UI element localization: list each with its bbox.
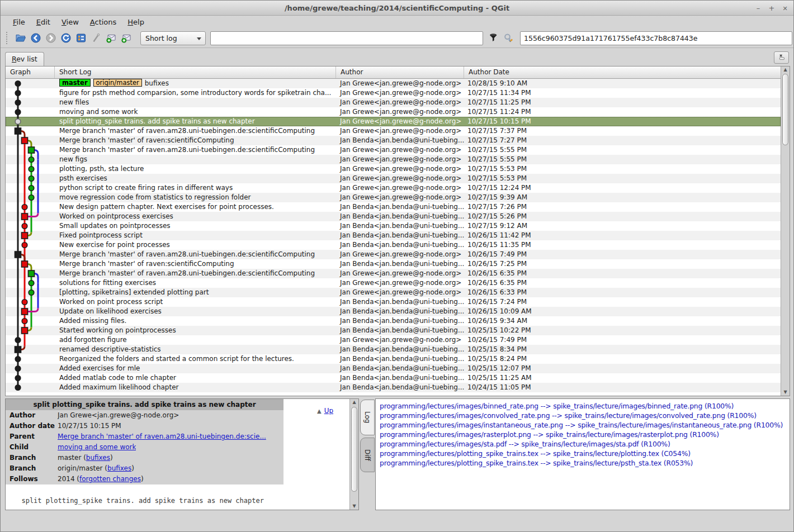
table-row[interactable]: Small updates on pointprocessesJan Benda… — [6, 221, 781, 231]
table-row[interactable]: python script to create firing rates in … — [6, 183, 781, 193]
table-row[interactable]: Worked on point process scriptJan Benda<… — [6, 297, 781, 307]
table-row[interactable]: Merge branch 'master' of raven:scientifi… — [6, 259, 781, 269]
column-header-author-date[interactable]: Author Date — [464, 66, 781, 78]
table-row[interactable]: add forgotten figureJan Grewe<jan.grewe@… — [6, 335, 781, 345]
scroll-up-icon[interactable] — [781, 66, 790, 73]
detail-scrollbar[interactable] — [349, 399, 358, 510]
table-row[interactable]: Added maximum likelihood chapterJan Bend… — [6, 383, 781, 392]
highlight-search-button[interactable] — [500, 30, 516, 46]
table-row[interactable]: renamed descriptive-statisticsJan Benda<… — [6, 345, 781, 354]
detail-fields: AuthorJan Grewe<jan.grewe@g-node.org>Aut… — [6, 410, 283, 484]
date-cell: 10/26/15 6:35 PM — [464, 278, 781, 288]
table-row[interactable]: Merge branch 'master' of raven:scientifi… — [6, 136, 781, 145]
table-row[interactable]: Added matlab code to mle chapterJan Bend… — [6, 373, 781, 383]
column-header-short-log[interactable]: Short Log — [55, 66, 336, 78]
table-row[interactable]: split plotting_spike trains. add spike t… — [6, 117, 781, 126]
menu-actions[interactable]: Actions — [84, 17, 122, 27]
branch-badge[interactable]: master — [59, 79, 91, 87]
table-row[interactable]: Fixed pointprocess scriptJan Benda<jan.b… — [6, 231, 781, 240]
maximize-icon[interactable] — [767, 3, 777, 13]
branch-badge[interactable]: origin/master — [93, 79, 142, 87]
rev-list-settings-button[interactable] — [774, 51, 789, 64]
file-line[interactable]: programming/lectures/images/instantaneou… — [380, 420, 790, 430]
minimize-icon[interactable] — [753, 3, 763, 13]
view-mode-select[interactable]: Short log — [140, 31, 206, 45]
file-line[interactable]: programming/lectures/images/sta.pdf --> … — [380, 439, 790, 449]
scroll-down-icon[interactable] — [781, 389, 790, 396]
table-row[interactable]: plotting, psth, sta lectureJan Grewe<jan… — [6, 164, 781, 174]
apply-patch-button[interactable] — [119, 30, 134, 46]
menu-file[interactable]: File — [7, 17, 31, 27]
commit-info-block: split plotting_spike trains. add spike t… — [6, 399, 283, 484]
shortlog-text: New exercise for point processes — [59, 241, 170, 249]
detail-link[interactable]: bufixes — [107, 464, 131, 472]
tab-diff[interactable]: Diff — [360, 438, 375, 472]
table-row[interactable]: Merge branch 'master' of raven.am28.uni-… — [6, 250, 781, 259]
detail-link[interactable]: forgotten changes — [79, 475, 141, 483]
close-icon[interactable] — [780, 3, 790, 13]
table-row[interactable]: move regression code from statistics to … — [6, 193, 781, 202]
table-row[interactable]: Added missing files.Jan Benda<jan.benda@… — [6, 316, 781, 326]
save-patch-button[interactable] — [103, 30, 119, 46]
table-row[interactable]: Added exercises for mleJan Benda<jan.ben… — [6, 364, 781, 373]
filter-button[interactable] — [485, 30, 500, 46]
shortlog-cell: New design pattern chapter. Next exercis… — [55, 202, 336, 212]
table-row[interactable]: masterorigin/masterbufixesJan Grewe<jan.… — [6, 79, 781, 88]
detail-link[interactable]: moving and some work — [58, 443, 136, 451]
file-line[interactable]: programming/lectures/images/convolved_ra… — [380, 411, 790, 420]
date-cell: 10/27/15 5:26 PM — [464, 212, 781, 221]
tab-log[interactable]: Log — [360, 400, 375, 435]
detail-link[interactable]: Merge branch 'master' of raven.am28.uni-… — [58, 433, 266, 440]
table-row[interactable]: Worked on pointprocess exercisesJan Bend… — [6, 212, 781, 221]
up-label[interactable]: Up — [324, 407, 333, 415]
file-line[interactable]: programming/lectures/plotting_spike_trai… — [380, 449, 790, 458]
date-cell: 10/27/15 11:34 PM — [464, 88, 781, 98]
table-row[interactable]: Merge branch 'master' of raven.am28.uni-… — [6, 269, 781, 278]
toolbar-grip[interactable] — [6, 32, 8, 44]
open-repo-button[interactable] — [13, 30, 28, 46]
column-header-author[interactable]: Author — [336, 66, 464, 78]
table-row[interactable]: New exercise for point processesJan Bend… — [6, 240, 781, 250]
file-line[interactable]: programming/lectures/plotting_spike_trai… — [380, 458, 790, 468]
scroll-down-icon[interactable] — [350, 503, 358, 510]
view-button[interactable] — [73, 30, 88, 46]
table-row[interactable]: psth exercisesJan Grewe<jan.grewe@g-node… — [6, 174, 781, 183]
table-row[interactable]: new figsJan Grewe<jan.grewe@g-node.org>1… — [6, 155, 781, 164]
revlist-scrollbar[interactable] — [781, 66, 790, 396]
table-row[interactable]: Merge branch 'master' of raven.am28.uni-… — [6, 126, 781, 136]
save-patch-icon — [106, 32, 117, 44]
shortlog-cell: Merge branch 'master' of raven.am28.uni-… — [55, 269, 336, 278]
scrollbar-thumb[interactable] — [782, 74, 788, 145]
shortlog-cell: solutions for fitting exercises — [55, 278, 336, 288]
filter-input[interactable] — [210, 31, 483, 45]
scrollbar-thumb[interactable] — [351, 407, 357, 492]
sha-input[interactable] — [520, 31, 792, 45]
detail-field: Author date10/27/15 10:15 PM — [6, 421, 283, 431]
menu-edit[interactable]: Edit — [31, 17, 56, 27]
table-row[interactable]: new filesJan Grewe<jan.grewe@g-node.org>… — [6, 98, 781, 107]
file-line[interactable]: programming/lectures/images/binned_rate.… — [380, 401, 790, 411]
date-cell: 10/25/15 8:24 PM — [464, 354, 781, 364]
reload-button[interactable] — [58, 30, 73, 46]
table-row[interactable]: Update on likelihood exercisesJan Benda<… — [6, 307, 781, 316]
table-row[interactable]: Reorganized the folders and started a co… — [6, 354, 781, 364]
table-row[interactable]: Merge branch 'master' of raven.am28.uni-… — [6, 145, 781, 155]
window-title: /home/grewe/teaching/2014/scientificComp… — [285, 4, 509, 12]
menu-view[interactable]: View — [56, 17, 84, 27]
column-header-graph[interactable]: Graph — [6, 66, 55, 78]
menu-help[interactable]: Help — [122, 17, 150, 27]
table-row[interactable]: Started working on pointprocessesJan Ben… — [6, 326, 781, 335]
tab-rev-list[interactable]: Rev list — [5, 52, 44, 66]
up-button[interactable]: Up — [317, 407, 333, 415]
wand-button[interactable] — [88, 30, 103, 46]
table-row[interactable]: solutions for fitting exercisesJan Grewe… — [6, 278, 781, 288]
detail-link[interactable]: bufixes — [86, 454, 110, 462]
scroll-up-icon[interactable] — [350, 399, 358, 406]
table-row[interactable]: moving and some workJan Grewe<jan.grewe@… — [6, 107, 781, 117]
back-button[interactable] — [28, 30, 43, 46]
table-row[interactable]: New design pattern chapter. Next exercis… — [6, 202, 781, 212]
file-line[interactable]: programming/lectures/images/rasterplot.p… — [380, 430, 790, 439]
table-row[interactable]: [plotting, spiketrains] extended plottin… — [6, 288, 781, 297]
forward-button[interactable] — [43, 30, 58, 46]
table-row[interactable]: figure for psth method comparsion, some … — [6, 88, 781, 98]
